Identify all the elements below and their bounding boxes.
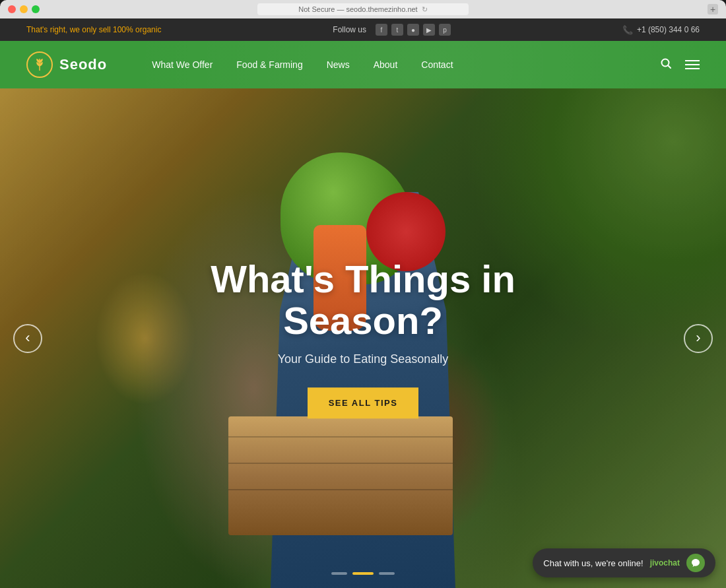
social-icons-group: f t ● ▶ p [376,24,451,36]
slider-prev-button[interactable]: ‹ [13,324,42,353]
address-bar[interactable]: Not Secure — seodo.themezinho.net ↻ [257,3,469,15]
social-bar: Follow us f t ● ▶ p [333,24,451,36]
slider-dot-1[interactable] [331,572,347,575]
navbar: Seodo What We Offer Food & Farming News … [0,41,726,88]
menu-bar-1 [685,60,700,61]
chat-widget[interactable]: Chat with us, we're online! jivochat [533,548,715,577]
chat-brand: jivochat [650,558,680,568]
pinterest-icon[interactable]: p [439,24,451,36]
hamburger-menu-button[interactable] [685,60,700,69]
facebook-icon[interactable]: f [376,24,387,36]
hero-subtitle: Your Guide to Eating Seasonally [132,352,594,366]
logo-area[interactable]: Seodo [26,51,107,78]
nav-contact[interactable]: Contact [409,59,465,70]
wooden-crate [228,416,453,535]
arrow-left-icon: ‹ [25,329,30,346]
refresh-icon[interactable]: ↻ [422,5,428,14]
mac-maximize-button[interactable] [32,5,40,13]
browser-content: That's right, we only sell 100% organic … [0,18,726,588]
hero-content: What's Things in Season? Your Guide to E… [132,258,594,419]
phone-area: 📞 +1 (850) 344 0 66 [622,25,700,35]
svg-line-1 [668,65,671,68]
logo-text: Seodo [59,56,107,73]
mac-titlebar: Not Secure — seodo.themezinho.net ↻ + [0,0,726,18]
chat-text: Chat with us, we're online! [543,558,643,568]
slider-dot-2[interactable] [352,572,374,575]
address-text: Not Secure — seodo.themezinho.net [298,5,417,13]
nav-food-farming[interactable]: Food & Farming [224,59,314,70]
hero-section: ‹ What's Things in Season? Your Guide to… [0,88,726,588]
nav-actions [660,57,700,73]
youtube-icon[interactable]: ▶ [423,24,435,36]
mac-close-button[interactable] [8,5,16,13]
nav-what-we-offer[interactable]: What We Offer [140,59,224,70]
search-button[interactable] [660,57,672,73]
arrow-right-icon: › [696,329,700,346]
follow-label: Follow us [333,25,366,34]
top-bar: That's right, we only sell 100% organic … [0,18,726,41]
chat-logo-icon [686,554,705,572]
menu-bar-3 [685,68,700,69]
nav-news[interactable]: News [315,59,362,70]
slider-next-button[interactable]: › [684,324,713,353]
wheat-logo-svg [32,57,47,72]
slider-dot-3[interactable] [379,572,395,575]
nav-links: What We Offer Food & Farming News About … [140,59,660,70]
slider-dots [331,572,395,575]
hero-title: What's Things in Season? [132,258,594,343]
mac-minimize-button[interactable] [20,5,28,13]
twitter-icon[interactable]: t [391,24,403,36]
nav-about[interactable]: About [362,59,410,70]
phone-icon: 📞 [622,25,633,35]
mac-window-controls [8,5,40,13]
instagram-icon[interactable]: ● [407,24,419,36]
menu-bar-2 [685,64,700,65]
logo-icon [26,51,53,78]
hero-cta-button[interactable]: SEE ALL TIPS [308,387,419,418]
search-icon [660,57,672,69]
new-tab-button[interactable]: + [708,4,718,15]
promo-text: That's right, we only sell 100% organic [26,25,161,34]
phone-number: +1 (850) 344 0 66 [637,25,700,34]
